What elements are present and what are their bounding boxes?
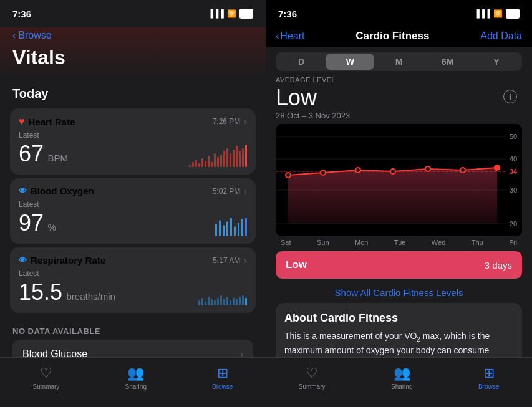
dot-col [223, 225, 225, 236]
right-back-label[interactable]: Heart [280, 31, 304, 42]
sharing-icon: 👥 [127, 365, 144, 381]
period-tab-y[interactable]: Y [472, 54, 521, 70]
blood-oxygen-value: 97 % [19, 210, 56, 236]
dot-bar [234, 226, 236, 236]
svg-point-12 [286, 173, 291, 178]
svg-point-17 [460, 168, 465, 173]
resp-bar [205, 302, 206, 305]
right-sharing-icon: 👥 [394, 365, 410, 381]
day-fri: Fri [509, 239, 517, 246]
chart-svg: 50 40 34 30 20 [276, 124, 522, 236]
blood-oxygen-card[interactable]: 👁 Blood Oxygen 5:02 PM › Latest 97 % [10, 178, 256, 244]
bar [223, 151, 225, 167]
left-status-bar: 7:36 ▐▐▐ 🛜 5G [0, 0, 266, 27]
info-button[interactable]: i [503, 90, 517, 103]
heart-rate-card[interactable]: ♥ Heart Rate 7:26 PM › Latest 67 BPM [10, 108, 256, 175]
respiratory-rate-label: Respiratory Rate [31, 255, 105, 266]
right-nav-sharing[interactable]: 👥 Sharing [391, 365, 412, 390]
dot-col [245, 218, 247, 236]
respiratory-rate-chevron-icon: › [244, 256, 247, 266]
right-nav-browse-label: Browse [478, 383, 499, 390]
period-tab-m[interactable]: M [374, 54, 423, 70]
period-tab-6m[interactable]: 6M [423, 54, 472, 70]
svg-text:50: 50 [510, 133, 517, 140]
left-nav-sharing[interactable]: 👥 Sharing [125, 365, 146, 390]
back-label[interactable]: Browse [18, 30, 51, 41]
resp-bar [236, 299, 238, 305]
about-title: About Cardio Fitness [284, 312, 513, 325]
bar [230, 153, 231, 167]
add-data-button[interactable]: Add Data [480, 31, 522, 42]
left-nav-browse[interactable]: ⊞ Browse [212, 365, 233, 390]
right-back-chevron-icon: ‹ [276, 31, 279, 42]
period-tab-d[interactable]: D [277, 54, 326, 70]
resp-bar [217, 298, 219, 305]
right-page-title: Cardio Fitness [355, 30, 429, 42]
resp-bar [242, 295, 244, 305]
period-tab-w[interactable]: W [326, 54, 374, 70]
dot-col [226, 221, 228, 236]
right-signal-icon: ▐▐▐ [474, 9, 490, 18]
right-status-bar: 7:36 ▐▐▐ 🛜 5G [266, 0, 532, 27]
resp-bar-active [245, 298, 247, 305]
svg-text:34: 34 [510, 168, 518, 175]
resp-bar [226, 297, 228, 305]
left-header: ‹ Browse Vitals [0, 27, 266, 79]
respiratory-rate-card[interactable]: 👁 Respiratory Rate 5:17 AM › Latest 15.5… [10, 247, 256, 313]
cardio-chart: 50 40 34 30 20 [276, 124, 522, 236]
avg-level-label: AVERAGE LEVEL [276, 76, 522, 84]
bar [242, 148, 244, 167]
resp-bar [211, 299, 213, 305]
resp-bar [201, 298, 203, 305]
bar [198, 163, 200, 167]
bar [201, 158, 203, 167]
bar [205, 161, 206, 167]
blood-oxygen-chart [215, 214, 247, 236]
left-nav-summary[interactable]: ♡ Summary [33, 365, 60, 390]
right-phone: 7:36 ▐▐▐ 🛜 5G ‹ Heart Cardio Fitness Add… [266, 0, 532, 407]
left-bottom-nav: ♡ Summary 👥 Sharing ⊞ Browse [0, 357, 266, 407]
respiratory-rate-title: 👁 Respiratory Rate [19, 255, 105, 266]
dot-col [238, 223, 239, 236]
blood-oxygen-chevron-icon: › [244, 186, 247, 196]
resp-bar [223, 299, 225, 305]
day-sat: Sat [281, 239, 291, 246]
blood-oxygen-unit: % [48, 222, 56, 232]
heart-rate-label: Heart Rate [29, 117, 75, 127]
day-tue: Tue [394, 239, 406, 246]
right-nav-browse[interactable]: ⊞ Browse [478, 365, 499, 390]
day-thu: Thu [472, 239, 483, 246]
dot-bar [238, 223, 239, 236]
right-nav-summary[interactable]: ♡ Summary [299, 365, 326, 390]
resp-bar [230, 300, 231, 305]
respiratory-latest-label: Latest [19, 269, 247, 278]
respiratory-icon: 👁 [19, 256, 27, 265]
blood-oxygen-time: 5:02 PM [213, 187, 241, 196]
battery-badge: 5G [239, 9, 253, 19]
day-sun: Sun [317, 239, 329, 246]
day-labels: Sat Sun Mon Tue Wed Thu Fri [276, 236, 522, 246]
blood-oxygen-value-row: 97 % [19, 210, 247, 236]
blood-oxygen-title: 👁 Blood Oxygen [19, 186, 94, 196]
bar [195, 160, 197, 167]
back-nav[interactable]: ‹ Browse [12, 30, 253, 41]
dot-bar [230, 218, 232, 236]
fitness-badge[interactable]: Low 3 days [276, 251, 522, 279]
respiratory-value: 15.5 breaths/min [19, 279, 115, 305]
bar [192, 162, 194, 167]
respiratory-rate-time: 5:17 AM [213, 256, 240, 265]
heart-rate-header: ♥ Heart Rate 7:26 PM › [19, 116, 247, 127]
summary-icon: ♡ [40, 365, 52, 381]
svg-point-18 [495, 165, 500, 170]
dot-bar [223, 225, 225, 236]
blood-oxygen-latest-label: Latest [19, 200, 247, 209]
dot-col [230, 218, 232, 236]
show-all-link[interactable]: Show All Cardio Fitness Levels [266, 284, 532, 303]
blood-oxygen-header: 👁 Blood Oxygen 5:02 PM › [19, 186, 247, 196]
left-phone: 7:36 ▐▐▐ 🛜 5G ‹ Browse Vitals Today ♥ He… [0, 0, 266, 407]
resp-bar [208, 297, 210, 305]
right-back-button[interactable]: ‹ Heart [276, 31, 304, 42]
dot-col [241, 219, 243, 236]
heart-rate-value: 67 BPM [19, 141, 68, 167]
dot-bar [241, 219, 243, 236]
